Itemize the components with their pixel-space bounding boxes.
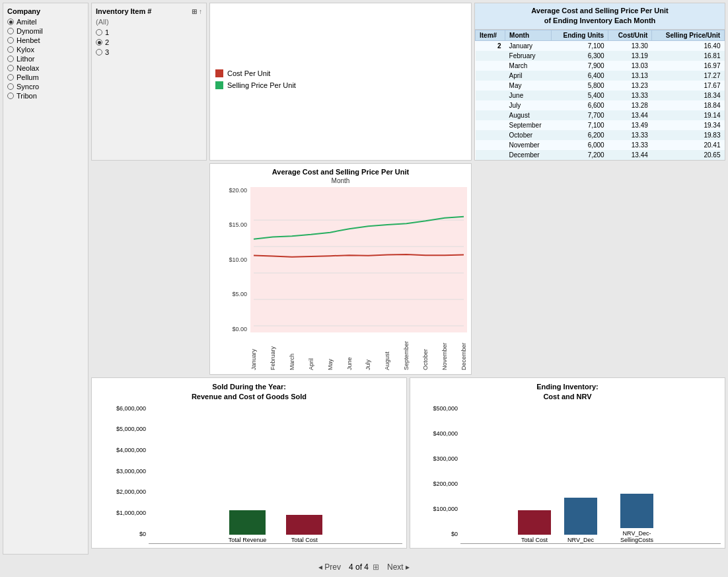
cell-item (476, 91, 505, 100)
table-row: April6,40013.1317.27 (476, 71, 725, 81)
nrv-total-cost-group: Total Cost (518, 510, 551, 543)
cell-selling_price: 16.97 (652, 61, 725, 71)
cell-ending_units: 6,600 (552, 100, 608, 110)
filter-all[interactable]: (All) (96, 18, 202, 26)
x-axis-label: March (289, 334, 295, 370)
x-axis-label: June (346, 334, 353, 370)
y-label-5: $5.00 (214, 291, 247, 297)
nrv-chart-title: Ending Inventory: Cost and NRV (414, 382, 721, 403)
spacer (91, 163, 207, 375)
filter-item-2[interactable]: 2 (96, 38, 202, 46)
nrv-y-0: $0 (414, 531, 458, 537)
cell-item (476, 51, 505, 61)
avg-table-header-cell: Month (505, 30, 552, 40)
cell-cost_unit: 13.33 (608, 140, 652, 150)
avg-table-title: Average Cost and Selling Price Per Unit … (475, 3, 725, 30)
table-row: September7,10013.4919.34 (476, 120, 725, 130)
x-axis-label: December (460, 334, 467, 370)
grid-icon[interactable]: ⊞ (373, 562, 379, 572)
sidebar-item-lithor[interactable]: Lithor (7, 55, 84, 63)
cell-item (476, 130, 505, 140)
company-radio-amitel (7, 19, 14, 25)
chart-row: Average Cost and Selling Price Per Unit … (91, 163, 725, 375)
cell-cost_unit: 13.28 (608, 100, 652, 110)
linechart-title: Average Cost and Selling Price Per Unit (214, 168, 467, 176)
inventory-filter: Inventory Item # ⊞ ↑ (All) 123 (91, 3, 207, 161)
cell-item: 2 (476, 40, 505, 51)
nrv-y-100k: $100,000 (414, 506, 458, 512)
sidebar-item-syncro[interactable]: Syncro (7, 83, 84, 91)
sold-y-2m: $2,000,000 (96, 488, 146, 495)
filter-item-3[interactable]: 3 (96, 48, 202, 56)
linechart-subtitle: Month (214, 177, 467, 184)
top-row: Inventory Item # ⊞ ↑ (All) 123 Cost Per … (91, 3, 725, 161)
y-label-0: $0.00 (214, 326, 247, 332)
cell-month: June (505, 91, 552, 100)
next-button[interactable]: Next ▸ (383, 561, 414, 573)
table-row: November6,00013.3320.41 (476, 140, 725, 150)
sold-y-6m: $6,000,000 (96, 405, 146, 412)
legend-color-0 (215, 69, 223, 77)
sidebar-item-henbet[interactable]: Henbet (7, 36, 84, 44)
cell-ending_units: 7,200 (552, 150, 608, 160)
legend-color-1 (215, 81, 223, 89)
table-spacer (474, 163, 725, 375)
sidebar-item-pellum[interactable]: Pellum (7, 73, 84, 81)
nrv-dec-selling-label: NRV_Dec-SellingCosts (610, 530, 663, 543)
nrv-total-cost-bar (518, 510, 551, 535)
table-row: March7,90013.0316.97 (476, 61, 725, 71)
cell-selling_price: 17.67 (652, 81, 725, 91)
revenue-bar (229, 510, 266, 535)
avg-table-header-cell: Cost/Unit (608, 30, 652, 40)
linechart-panel: Average Cost and Selling Price Per Unit … (209, 163, 472, 375)
filter-radio-3 (96, 49, 102, 56)
sold-chart-panel: Sold During the Year: Revenue and Cost o… (91, 377, 407, 549)
legend-item-1: Selling Price Per Unit (215, 81, 466, 89)
sidebar-item-tribon[interactable]: Tribon (7, 92, 84, 100)
cell-item (476, 81, 505, 91)
cell-ending_units: 7,100 (552, 40, 608, 51)
cell-ending_units: 5,800 (552, 81, 608, 91)
cell-item (476, 140, 505, 150)
sidebar-item-neolax[interactable]: Neolax (7, 64, 84, 72)
revenue-bar-group: Total Revenue (229, 510, 267, 543)
cost-bar-label: Total Cost (291, 537, 318, 543)
sold-chart-title: Sold During the Year: Revenue and Cost o… (96, 382, 402, 403)
company-title: Company (7, 7, 84, 15)
cell-cost_unit: 13.03 (608, 61, 652, 71)
sold-y-5m: $5,000,000 (96, 426, 146, 432)
cell-cost_unit: 13.23 (608, 81, 652, 91)
sold-y-1m: $1,000,000 (96, 510, 146, 516)
avg-table: Item#MonthEnding UnitsCost/UnitSelling P… (475, 30, 725, 160)
prev-button[interactable]: ◂ Prev (314, 561, 345, 573)
sidebar-item-amitel[interactable]: Amitel (7, 18, 84, 26)
cell-cost_unit: 13.44 (608, 110, 652, 120)
x-axis-label: September (403, 334, 410, 370)
cell-ending_units: 7,700 (552, 110, 608, 120)
nrv-y-400k: $400,000 (414, 430, 458, 437)
x-axis-label: February (270, 334, 276, 370)
nrv-y-500k: $500,000 (414, 405, 458, 412)
cell-selling_price: 19.14 (652, 110, 725, 120)
sidebar-item-dynomil[interactable]: Dynomil (7, 27, 84, 35)
cell-month: March (505, 61, 552, 71)
table-row: December7,20013.4420.65 (476, 150, 725, 160)
sidebar-item-kylox[interactable]: Kylox (7, 46, 84, 54)
cell-cost_unit: 13.49 (608, 120, 652, 130)
filter-icons[interactable]: ⊞ ↑ (192, 8, 202, 15)
nrv-dec-group: NRV_Dec (564, 498, 597, 543)
cell-ending_units: 6,300 (552, 51, 608, 61)
cell-cost_unit: 13.30 (608, 40, 652, 51)
company-radio-tribon (7, 93, 14, 99)
cell-ending_units: 7,100 (552, 120, 608, 130)
sold-y-3m: $3,000,000 (96, 468, 146, 475)
pagination: ◂ Prev 4 of 4 ⊞ Next ▸ (0, 557, 728, 577)
cell-cost_unit: 13.44 (608, 150, 652, 160)
cell-ending_units: 7,900 (552, 61, 608, 71)
cost-bar (286, 515, 322, 535)
table-row: February6,30013.1916.81 (476, 51, 725, 61)
page-info: 4 of 4 (349, 562, 369, 572)
company-radio-neolax (7, 65, 14, 71)
filter-item-1[interactable]: 1 (96, 28, 202, 36)
cell-item (476, 71, 505, 81)
